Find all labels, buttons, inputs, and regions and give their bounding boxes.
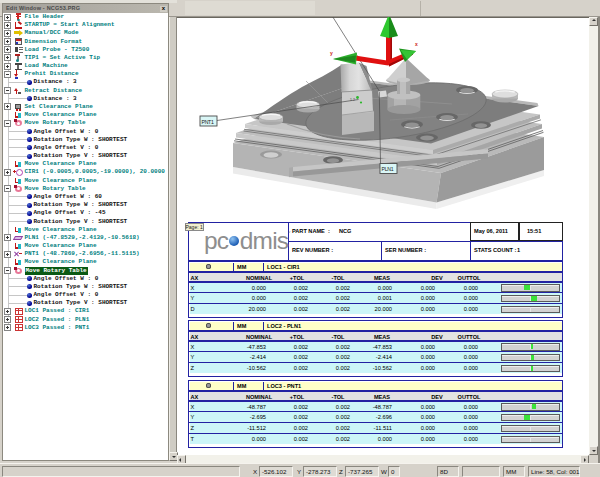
svg-text:y: y xyxy=(330,50,333,56)
svg-text:x: x xyxy=(415,41,418,47)
svg-text:PNT1: PNT1 xyxy=(202,119,214,125)
svg-text:PLN1: PLN1 xyxy=(382,166,394,172)
